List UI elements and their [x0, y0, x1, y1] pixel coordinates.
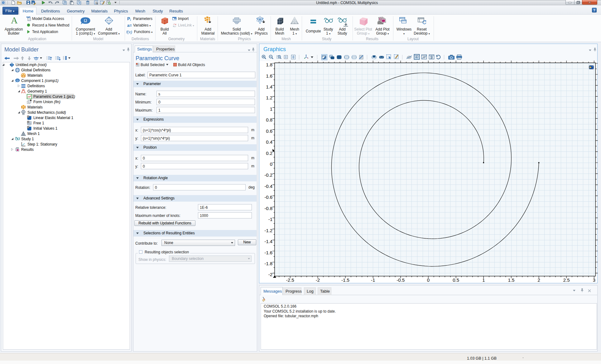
svg-text:-0.8: -0.8	[264, 206, 272, 211]
svg-text:-1.4: -1.4	[264, 239, 272, 244]
svg-text:-1.6: -1.6	[264, 250, 272, 255]
svg-text:0: 0	[270, 161, 272, 167]
svg-text:1.6: 1.6	[266, 73, 272, 79]
svg-text:-1: -1	[371, 277, 375, 283]
svg-text:1.5: 1.5	[508, 277, 515, 283]
svg-text:-0.2: -0.2	[264, 172, 272, 178]
svg-text:-0.5: -0.5	[397, 277, 405, 283]
svg-text:0: 0	[427, 277, 430, 283]
svg-text:1: 1	[270, 106, 272, 112]
svg-text:1.4: 1.4	[266, 84, 272, 89]
svg-text:-1.5: -1.5	[341, 277, 349, 283]
svg-text:-0.6: -0.6	[264, 194, 272, 200]
svg-text:0.6: 0.6	[266, 128, 272, 134]
svg-text:0.4: 0.4	[266, 139, 272, 145]
svg-text:0.5: 0.5	[453, 277, 459, 283]
svg-text:3: 3	[593, 277, 595, 283]
svg-text:-2: -2	[268, 272, 272, 277]
svg-text:0.2: 0.2	[266, 151, 272, 156]
svg-text:-1: -1	[268, 217, 272, 222]
svg-text:-1.2: -1.2	[264, 228, 272, 233]
svg-text:-2: -2	[316, 277, 320, 283]
svg-text:-1.8: -1.8	[264, 261, 272, 266]
svg-text:-0.4: -0.4	[264, 184, 272, 189]
svg-text:1.2: 1.2	[266, 95, 272, 100]
svg-text:-2.5: -2.5	[286, 277, 294, 283]
svg-text:0.8: 0.8	[266, 117, 272, 122]
svg-text:1: 1	[482, 277, 485, 283]
svg-text:2.5: 2.5	[563, 277, 570, 283]
svg-text:1.8: 1.8	[266, 62, 272, 67]
svg-text:2: 2	[537, 277, 540, 283]
